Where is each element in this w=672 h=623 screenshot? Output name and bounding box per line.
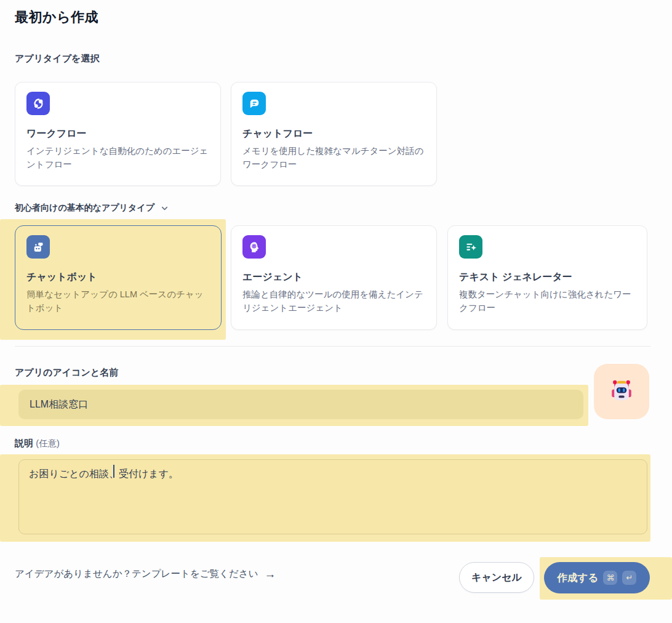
card-text-generator[interactable]: テキスト ジェネレーター 複数ターンチャット向けに強化されたワークフロー bbox=[447, 225, 647, 330]
text-generator-icon bbox=[459, 235, 482, 259]
create-button[interactable]: 作成する ⌘ ↵ bbox=[544, 562, 650, 593]
agent-icon bbox=[242, 235, 266, 259]
beginner-app-types-toggle[interactable]: 初心者向けの基本的なアプリタイプ bbox=[15, 203, 169, 214]
card-chatflow[interactable]: チャットフロー メモリを使用した複雑なマルチターン対話のワークフロー bbox=[231, 82, 437, 186]
page-title: 最初から作成 bbox=[15, 8, 98, 26]
browse-templates-text: アイデアがありませんか？テンプレートをご覧ください bbox=[15, 568, 258, 581]
chevron-down-icon bbox=[160, 204, 169, 213]
cancel-button[interactable]: キャンセル bbox=[459, 562, 534, 593]
command-key-icon: ⌘ bbox=[603, 571, 617, 585]
robot-emoji-icon bbox=[601, 371, 642, 412]
card-title: テキスト ジェネレーター bbox=[459, 271, 636, 284]
app-type-section-label: アプリタイプを選択 bbox=[15, 53, 99, 65]
arrow-right-icon: → bbox=[265, 568, 276, 580]
chatflow-icon bbox=[242, 92, 266, 115]
workflow-icon bbox=[26, 92, 50, 115]
card-chatbot-selected[interactable]: チャットボット 簡単なセットアップの LLM ベースのチャットボット bbox=[15, 225, 222, 330]
create-button-label: 作成する bbox=[558, 571, 599, 585]
beginner-app-types-label: 初心者向けの基本的なアプリタイプ bbox=[15, 203, 154, 214]
card-description: メモリを使用した複雑なマルチターン対話のワークフロー bbox=[242, 144, 425, 172]
card-workflow[interactable]: ワークフロー インテリジェントな自動化のためのエージェントフロー bbox=[15, 82, 221, 186]
card-description: インテリジェントな自動化のためのエージェントフロー bbox=[26, 144, 209, 172]
card-title: チャットフロー bbox=[242, 127, 425, 140]
card-description: 簡単なセットアップの LLM ベースのチャットボット bbox=[26, 287, 210, 315]
card-agent[interactable]: エージェント 推論と自律的なツールの使用を備えたインテリジェントエージェント bbox=[231, 225, 437, 330]
card-description: 推論と自律的なツールの使用を備えたインテリジェントエージェント bbox=[242, 287, 425, 315]
description-section-label: 説明 (任意) bbox=[15, 438, 60, 449]
section-divider bbox=[15, 346, 650, 347]
app-name-section-label: アプリのアイコンと名前 bbox=[15, 367, 118, 379]
card-title: エージェント bbox=[242, 271, 425, 284]
app-avatar-robot-emoji[interactable] bbox=[594, 364, 649, 419]
text-cursor bbox=[113, 465, 114, 478]
card-title: ワークフロー bbox=[26, 127, 209, 140]
description-label: 説明 bbox=[15, 438, 33, 448]
card-title: チャットボット bbox=[26, 271, 210, 284]
description-optional-label: (任意) bbox=[36, 438, 60, 448]
enter-key-icon: ↵ bbox=[622, 571, 636, 585]
chatbot-icon bbox=[26, 235, 50, 259]
app-name-input[interactable] bbox=[18, 390, 583, 419]
browse-templates-link[interactable]: アイデアがありませんか？テンプレートをご覧ください → bbox=[15, 568, 276, 581]
cancel-button-label: キャンセル bbox=[471, 571, 522, 584]
card-description: 複数ターンチャット向けに強化されたワークフロー bbox=[459, 287, 636, 315]
